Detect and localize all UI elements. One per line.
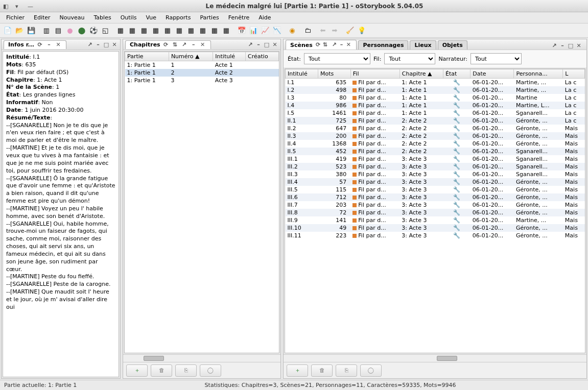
menu-nouveau[interactable]: Nouveau [56,13,89,22]
tool-spiral-icon[interactable]: ◉ [287,25,298,36]
tool-view2-icon[interactable]: ▤ [53,25,64,36]
table-row[interactable]: II.41368Fil par d...2: Acte 2🔧06-01-20..… [286,140,585,148]
pin-icon[interactable]: – [45,41,53,48]
table-row[interactable]: 1: Partie 13Acte 3 [125,77,279,84]
panel-min-icon[interactable]: – [559,42,566,50]
tab-scenes[interactable]: Scènes ⟳⇅ ↗–✕ [286,40,357,50]
panel-close-icon[interactable]: ✕ [575,42,582,50]
tool-calendar-icon[interactable]: 📅 [236,25,247,36]
menu-aide[interactable]: Aide [254,13,275,22]
sort-icon[interactable]: ⇅ [172,41,179,48]
tool-grid-tag-icon[interactable]: ▦ [197,25,208,36]
tool-view1-icon[interactable]: ▥ [41,25,52,36]
tool-grid-loc-icon[interactable]: ▦ [174,25,185,36]
tool-brush-icon[interactable]: 🧹 [344,25,356,36]
tool-idea-icon[interactable]: 💡 [356,25,367,36]
chapitres-table[interactable]: Partie Numéro ▲ Intitulé Créatio 1: Part… [125,52,279,84]
chapitres-hscroll[interactable] [123,354,280,362]
panel-max-icon[interactable]: □ [103,41,110,48]
tool-grid1-icon[interactable]: ▦ [115,25,126,36]
table-row[interactable]: 1: Partie 11Acte 1 [125,61,279,69]
table-row[interactable]: III.872Fil par d...3: Acte 3🔧06-01-20...… [286,209,585,216]
filter-etat-select[interactable]: Tout [304,53,370,64]
sort-icon[interactable]: ⇅ [322,41,329,48]
add-button[interactable]: ＋ [287,364,308,377]
panel-max-icon[interactable]: □ [567,42,574,50]
refresh-icon[interactable]: ⟳ [162,41,170,48]
tool-object-icon[interactable]: ⚽ [88,25,99,36]
copy-button[interactable]: ⎘ [336,364,357,377]
table-row[interactable]: I.2498Fil par d...1: Acte 1🔧06-01-20...M… [286,86,585,94]
filter-fil-select[interactable]: Tout [384,53,435,64]
table-row[interactable]: I.1635Fil par d...1: Acte 1🔧06-01-20...M… [286,79,585,87]
table-row[interactable]: 1: Partie 12Acte 2 [125,69,279,77]
tool-folder-icon[interactable]: 🗀 [302,25,313,36]
panel-ext-icon[interactable]: ↗ [86,41,93,48]
tool-grid-person-icon[interactable]: ▦ [162,25,173,36]
panel-close-icon[interactable]: ✕ [111,41,118,48]
tool-forward-icon[interactable]: ➡ [329,25,340,36]
tool-new-icon[interactable]: 📄 [2,25,13,36]
delete-button[interactable]: 🗑 [311,364,333,377]
pin-icon[interactable]: – [190,41,197,48]
table-row[interactable]: II.3200Fil par d...2: Acte 2🔧06-01-20...… [286,132,585,140]
menu-vue[interactable]: Vue [142,13,160,22]
table-row[interactable]: II.2647Fil par d...2: Acte 2🔧06-01-20...… [286,125,585,132]
tab-objets[interactable]: Objets [438,40,467,50]
menu-tables[interactable]: Tables [89,13,115,22]
tool-grid3-icon[interactable]: ▦ [138,25,150,36]
refresh-icon[interactable]: ⟳ [315,41,322,48]
table-row[interactable]: I.4986Fil par d...1: Acte 1🔧06-01-20...M… [286,102,585,109]
table-row[interactable]: III.1049Fil par d...3: Acte 3🔧06-01-20..… [286,224,585,232]
table-row[interactable]: III.9141Fil par d...3: Acte 3🔧06-01-20..… [286,216,585,224]
globe-button[interactable]: ◯ [360,364,382,377]
copy-button[interactable]: ⎘ [175,364,197,377]
table-row[interactable]: I.51461Fil par d...1: Acte 1🔧06-01-20...… [286,109,585,117]
panel-min-icon[interactable]: – [95,41,102,48]
close-icon[interactable]: ✕ [345,41,352,48]
tab-lieux[interactable]: Lieux [410,40,436,50]
table-row[interactable]: II.5452Fil par d...2: Acte 2🔧06-01-20...… [286,148,585,155]
tool-grid5-icon[interactable]: ▦ [209,25,220,36]
close-icon[interactable]: ✕ [55,41,62,48]
close-icon[interactable]: ✕ [199,41,206,48]
tool-save-icon[interactable]: 💾 [26,25,37,36]
menu-editer[interactable]: Editer [30,13,55,22]
refresh-icon[interactable]: ⟳ [36,41,43,48]
add-button[interactable]: ＋ [126,364,148,377]
scenes-table[interactable]: Intitulé Mots Fil Chapitre ▲ État Date P… [285,69,585,239]
table-row[interactable]: III.5115Fil par d...3: Acte 3🔧06-01-20..… [286,186,585,193]
delete-button[interactable]: 🗑 [151,364,172,377]
panel-ext-icon[interactable]: ↗ [247,41,254,48]
tool-chart-icon[interactable]: 📊 [248,25,259,36]
ext-icon[interactable]: ↗ [331,41,338,48]
table-row[interactable]: III.11223Fil par d...3: Acte 3🔧06-01-20.… [286,232,585,239]
globe-button[interactable]: ◯ [200,364,221,377]
menu-rapports[interactable]: Rapports [161,13,195,22]
tool-person-icon[interactable]: ● [64,25,76,36]
menu-fenetre[interactable]: Fenêtre [224,13,254,22]
ext-icon[interactable]: ↗ [181,41,188,48]
tool-open-icon[interactable]: 📂 [14,25,25,36]
table-row[interactable]: III.3380Fil par d...3: Acte 3🔧06-01-20..… [286,170,585,178]
filter-narrateur-select[interactable]: Tout [471,53,522,64]
panel-min-icon[interactable]: – [255,41,262,48]
table-row[interactable]: III.6712Fil par d...3: Acte 3🔧06-01-20..… [286,193,585,201]
tool-chart3-icon[interactable]: 📉 [271,25,283,36]
menu-outils[interactable]: Outils [116,13,141,22]
tool-grid-obj-icon[interactable]: ▦ [185,25,197,36]
tab-personnages[interactable]: Personnages [358,40,408,50]
tool-grid4-icon[interactable]: ▦ [150,25,161,36]
panel-max-icon[interactable]: □ [263,41,270,48]
tool-grid6-icon[interactable]: ▦ [221,25,232,36]
table-row[interactable]: III.2523Fil par d...3: Acte 3🔧06-01-20..… [286,163,585,170]
menu-fichier[interactable]: Fichier [2,13,29,22]
table-row[interactable]: II.1725Fil par d...2: Acte 2🔧06-01-20...… [286,117,585,125]
table-row[interactable]: III.457Fil par d...3: Acte 3🔧06-01-20...… [286,178,585,186]
panel-ext-icon[interactable]: ↗ [551,42,558,50]
window-menu-icon[interactable]: ◧ [3,3,9,9]
panel-close-icon[interactable]: ✕ [271,41,278,48]
tool-chart2-icon[interactable]: 📈 [260,25,271,36]
table-row[interactable]: III.1419Fil par d...3: Acte 3🔧06-01-20..… [286,155,585,163]
window-restore-icon[interactable]: — [28,3,34,9]
